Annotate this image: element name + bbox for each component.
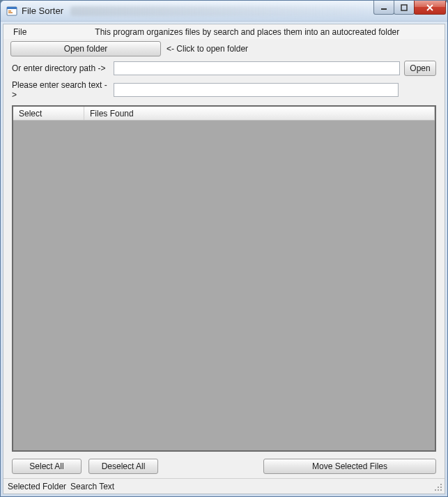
- search-input[interactable]: [114, 83, 399, 97]
- svg-point-10: [438, 489, 439, 491]
- resize-grip-icon[interactable]: [433, 482, 443, 492]
- directory-input[interactable]: [114, 61, 400, 75]
- select-all-button[interactable]: Select All: [12, 459, 82, 474]
- listview-body[interactable]: [13, 121, 435, 450]
- close-button[interactable]: [414, 1, 446, 15]
- svg-point-9: [435, 489, 436, 491]
- client-area: File This program organizes files by sea…: [3, 24, 445, 494]
- svg-point-8: [440, 487, 442, 488]
- listview-header: Select Files Found: [13, 107, 435, 121]
- svg-rect-1: [7, 7, 17, 9]
- app-icon: [6, 6, 17, 17]
- move-selected-files-button[interactable]: Move Selected Files: [263, 459, 436, 474]
- program-description: This program organizes files by search a…: [95, 27, 399, 37]
- statusbar: Selected Folder Search Text: [3, 478, 445, 494]
- svg-point-11: [440, 489, 442, 491]
- column-header-files-found[interactable]: Files Found: [84, 107, 435, 120]
- search-label: Please enter search text ->: [12, 80, 109, 100]
- svg-rect-2: [8, 10, 11, 12]
- files-listview[interactable]: Select Files Found: [12, 105, 436, 452]
- svg-rect-3: [8, 12, 13, 13]
- svg-rect-5: [401, 5, 407, 10]
- title-blur: [70, 6, 374, 16]
- svg-point-7: [438, 487, 439, 488]
- status-search-text: Search Text: [70, 482, 114, 491]
- window-controls: [374, 1, 446, 21]
- search-row: Please enter search text ->: [3, 78, 445, 102]
- column-header-select[interactable]: Select: [13, 107, 84, 120]
- titlebar[interactable]: File Sorter: [1, 1, 447, 22]
- menu-file[interactable]: File: [8, 26, 32, 38]
- maximize-button[interactable]: [394, 1, 415, 15]
- svg-rect-4: [381, 8, 387, 10]
- bottom-button-row: Select All Deselect All Move Selected Fi…: [3, 456, 445, 478]
- deselect-all-button[interactable]: Deselect All: [88, 459, 158, 474]
- directory-row: Or enter directory path -> Open: [3, 59, 445, 78]
- directory-label: Or enter directory path ->: [12, 63, 109, 73]
- minimize-button[interactable]: [373, 1, 394, 15]
- open-folder-row: Open folder <- Click to open folder: [3, 39, 445, 59]
- status-selected-folder: Selected Folder: [8, 482, 66, 491]
- open-button[interactable]: Open: [404, 61, 436, 76]
- open-folder-button[interactable]: Open folder: [10, 41, 161, 56]
- svg-point-6: [440, 484, 442, 485]
- open-folder-hint: <- Click to open folder: [167, 44, 248, 54]
- menubar: File This program organizes files by sea…: [3, 24, 445, 39]
- window-title: File Sorter: [22, 6, 63, 16]
- app-window: File Sorter File This program organizes …: [0, 0, 448, 497]
